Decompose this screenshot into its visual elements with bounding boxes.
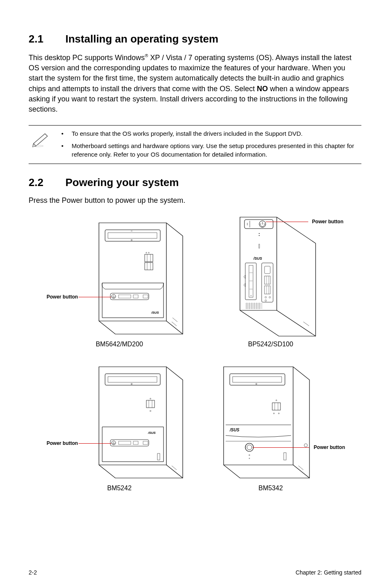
power-button-label: Power button (314, 444, 345, 450)
section-1-title: 2.1Installing an operating system (29, 33, 361, 45)
callout-line (78, 297, 111, 297)
desktop-bm5342-illustration: /SUS (201, 359, 340, 482)
intro-pre: This desktop PC supports Windows (29, 54, 145, 62)
note-item: • To ensure that the OS works properly, … (61, 130, 361, 138)
chapter-title: Chapter 2: Getting started (296, 569, 361, 576)
section-2-number: 2.2 (29, 176, 65, 189)
note-text-1: Motherboard settings and hardware option… (72, 142, 361, 159)
svg-text:/SUS: /SUS (229, 428, 240, 432)
svg-text:/SUS: /SUS (148, 431, 156, 435)
section-2-title: 2.2Powering your system (29, 176, 361, 189)
desktop-bm5242-illustration: /SUS (50, 359, 189, 482)
caption-fig4: BM5342 (201, 485, 340, 492)
intro-paragraph: This desktop PC supports Windows® XP / V… (29, 53, 361, 114)
section-1-text: Installing an operating system (65, 33, 218, 45)
callout-line (78, 443, 111, 444)
svg-text:/SUS: /SUS (151, 311, 159, 314)
power-button-label: Power button (47, 440, 78, 446)
note-item: • Motherboard settings and hardware opti… (61, 142, 361, 159)
section-2-text: Powering your system (65, 176, 179, 189)
section-2-paragraph: Press the Power button to power up the s… (29, 196, 361, 205)
power-button-label: Power button (47, 294, 78, 300)
note-block: • To ensure that the OS works properly, … (29, 125, 361, 164)
desktop-bm5642-illustration: /SUS (50, 215, 189, 338)
page-footer: 2-2 Chapter 2: Getting started (29, 569, 361, 576)
callout-line (266, 222, 308, 222)
svg-point-23 (259, 235, 260, 236)
bullet: • (61, 142, 63, 159)
intro-bold: NO (257, 85, 268, 93)
caption-fig2: BP5242/SD100 (201, 341, 340, 348)
caption-fig3: BM5242 (50, 485, 189, 492)
svg-point-22 (259, 233, 260, 234)
section-1-number: 2.1 (29, 33, 65, 45)
note-text-0: To ensure that the OS works properly, in… (72, 130, 361, 138)
caption-fig1: BM5642/MD200 (50, 341, 189, 348)
note-list: • To ensure that the OS works properly, … (61, 130, 361, 159)
bullet: • (61, 130, 63, 138)
figures: Power button (29, 211, 361, 499)
callout-line (253, 447, 309, 448)
page-number: 2-2 (29, 569, 37, 576)
desktop-bp5242-illustration: /SUS (201, 215, 340, 338)
power-button-label: Power button (312, 219, 343, 224)
svg-text:/SUS: /SUS (253, 256, 262, 260)
pencil-icon (29, 130, 53, 149)
svg-point-0 (32, 145, 43, 147)
